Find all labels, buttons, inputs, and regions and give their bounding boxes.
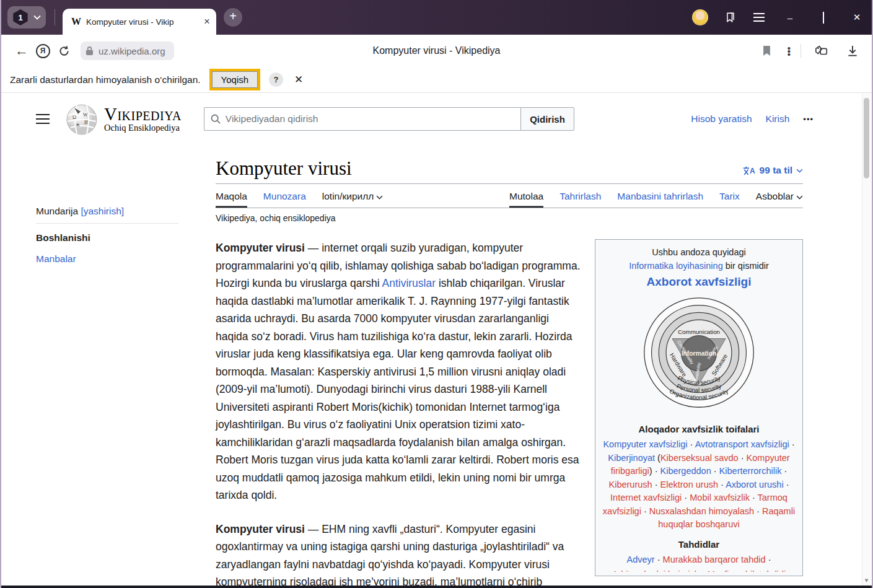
infobox-line1: Ushbu andoza quyidagi (602, 246, 796, 260)
address-bar[interactable]: uz.wikipedia.org (81, 42, 174, 60)
related-security-links: Kompyuter xavfsizligi · Avtotransport xa… (602, 438, 796, 532)
login-link[interactable]: Kirish (766, 113, 790, 125)
informatika-project-link[interactable]: Informatika loyihasining (629, 261, 723, 271)
inline-text: Kompyuter virusi (216, 242, 305, 254)
inline-link[interactable]: Kompyuter xavfsizligi (603, 439, 687, 449)
paragraph: Kompyuter virusi — internet orqali suzib… (216, 239, 584, 504)
tab-munozara[interactable]: Munozara (263, 185, 306, 208)
wikipedia-favicon: W (71, 16, 81, 27)
tab-strip: 1 W Kompyuter virusi - Vikip × + – ✕ (1, 0, 872, 35)
scrollbar-down-arrow[interactable]: ▾ (862, 576, 871, 584)
inline-link[interactable]: Elektron urush (660, 480, 719, 489)
main-menu-icon[interactable] (36, 111, 50, 127)
inline-text: · (789, 439, 795, 449)
more-options-icon[interactable]: ••• (787, 46, 791, 56)
toc-item-boshlanishi[interactable]: Boshlanishi (36, 232, 192, 244)
page-scrollbar[interactable]: ▾ (862, 93, 871, 586)
maximize-button[interactable] (815, 12, 832, 23)
inline-text: ) · (649, 466, 660, 476)
back-button[interactable]: ← (11, 40, 32, 61)
inline-link[interactable]: Kiberterrorchilik (719, 466, 782, 476)
bookmark-icon[interactable] (757, 40, 778, 61)
toc-item-manbalar[interactable]: Manbalar (36, 253, 192, 265)
create-account-link[interactable]: Hisob yaratish (691, 113, 752, 125)
inline-link[interactable]: Adveyr (627, 555, 655, 564)
inline-link[interactable]: Mobil xavfsizlik (690, 493, 750, 502)
browser-tab[interactable]: W Kompyuter virusi - Vikip × (63, 9, 216, 35)
wikipedia-header: Ω W И 木 Vikipediya Ochiq Ensiklopediya Q… (1, 93, 863, 141)
language-icon: A (742, 165, 756, 176)
inline-link[interactable]: Arbitrar kodni bajarish (612, 569, 700, 572)
inline-text: ishlab chiqarilgan. Viruslar haqida dast… (216, 277, 579, 501)
clipped-row: Arbitrar kodni bajarish · Maxfiy eshik t… (602, 568, 796, 572)
inline-text: · (750, 493, 758, 502)
minimize-button[interactable]: – (781, 12, 799, 23)
downloads-icon[interactable] (842, 40, 863, 61)
browser-menu-icon[interactable] (753, 12, 765, 22)
maximize-icon (823, 12, 824, 24)
svg-text:W: W (83, 112, 88, 118)
infobox-title-link[interactable]: Axborot xavfsizligi (602, 275, 796, 289)
toc-hide-link[interactable]: [yashirish] (81, 206, 124, 216)
wikipedia-globe-icon: Ω W И 木 (66, 103, 98, 135)
scrollbar-thumb[interactable] (864, 98, 869, 178)
tab-manbasini-tahrirlash[interactable]: Manbasini tahrirlash (617, 185, 703, 208)
search-bar: Qidirish (204, 107, 574, 131)
chevron-down-icon (796, 169, 803, 173)
tab-tarix[interactable]: Tarix (719, 185, 740, 208)
notification-close-icon[interactable]: ✕ (294, 73, 303, 86)
language-selector[interactable]: A 99 ta til (742, 165, 803, 180)
tab-mutolaa[interactable]: Mutolaa (509, 185, 543, 208)
inline-link[interactable]: Antiviruslar (382, 277, 436, 289)
inline-link[interactable]: Avtotransport xavfsizligi (695, 439, 789, 449)
inline-text: · (711, 466, 719, 476)
protection-notification-bar: Zararli dasturlardan himoyalanish o‘chir… (1, 67, 872, 93)
divider (801, 44, 801, 58)
inline-link[interactable]: Kiberseksual savdo (660, 453, 739, 463)
search-field-wrap[interactable] (204, 107, 520, 131)
variant-selector[interactable]: lotin/кирилл (322, 185, 384, 208)
bookmarks-panel-icon[interactable] (724, 11, 737, 24)
inline-link[interactable]: Kibergeddon (660, 466, 711, 476)
inline-text: · (754, 506, 762, 516)
information-security-diagram: Communication Information Hardware Softw… (638, 292, 760, 416)
chevron-down-icon (33, 15, 41, 20)
tab-maqola[interactable]: Maqola (216, 185, 247, 208)
svg-text:木: 木 (76, 123, 80, 128)
inline-link[interactable]: Nusxalashdan himoyalash (649, 506, 754, 516)
wikipedia-logo[interactable]: Ω W И 木 Vikipediya Ochiq Ensiklopediya (66, 103, 182, 135)
inline-link[interactable]: Murakkab barqaror tahdid (663, 555, 766, 564)
inline-text: Kompyuter virusi (216, 523, 305, 535)
inline-link[interactable]: Axborot urushi (726, 480, 784, 489)
inline-link[interactable]: Maxfiy eshik tahdidi (708, 569, 786, 572)
toc-header: Mundarija [yashirish] (36, 206, 178, 224)
browser-window: 1 W Kompyuter virusi - Vikip × + – ✕ ← Я (0, 0, 873, 588)
search-button[interactable]: Qidirish (520, 107, 574, 131)
svg-text:A: A (749, 167, 755, 175)
enable-protection-button[interactable]: Yoqish (212, 71, 258, 88)
svg-text:Communication: Communication (678, 328, 720, 335)
close-window-button[interactable]: ✕ (848, 12, 866, 23)
article-body: Kompyuter virusi — internet orqali suzib… (216, 239, 584, 588)
tab-tahrirlash[interactable]: Tahrirlash (559, 185, 601, 208)
tab-count-badge: 1 (12, 9, 29, 25)
inline-text: · (688, 439, 695, 449)
new-tab-button[interactable]: + (224, 8, 242, 27)
inline-text: · (784, 480, 789, 489)
extensions-icon[interactable] (811, 40, 832, 61)
tools-menu[interactable]: Asboblar (756, 185, 803, 208)
profile-avatar[interactable] (692, 9, 708, 25)
inline-link[interactable]: Kiberjinoyat (608, 453, 655, 463)
inline-text: · (641, 506, 649, 516)
inline-text: · (718, 480, 726, 489)
svg-text:И: И (84, 120, 88, 125)
user-menu-icon[interactable]: ••• (803, 115, 814, 124)
inline-link[interactable]: Kiberurush (609, 480, 652, 489)
search-input[interactable] (226, 113, 514, 125)
tab-counter[interactable]: 1 (7, 6, 46, 29)
yandex-icon[interactable]: Я (32, 40, 53, 61)
help-icon[interactable]: ? (269, 72, 283, 87)
inline-link[interactable]: Internet xavfsizligi (610, 493, 682, 502)
tab-close-icon[interactable]: × (204, 15, 210, 28)
reload-icon[interactable] (53, 40, 74, 61)
